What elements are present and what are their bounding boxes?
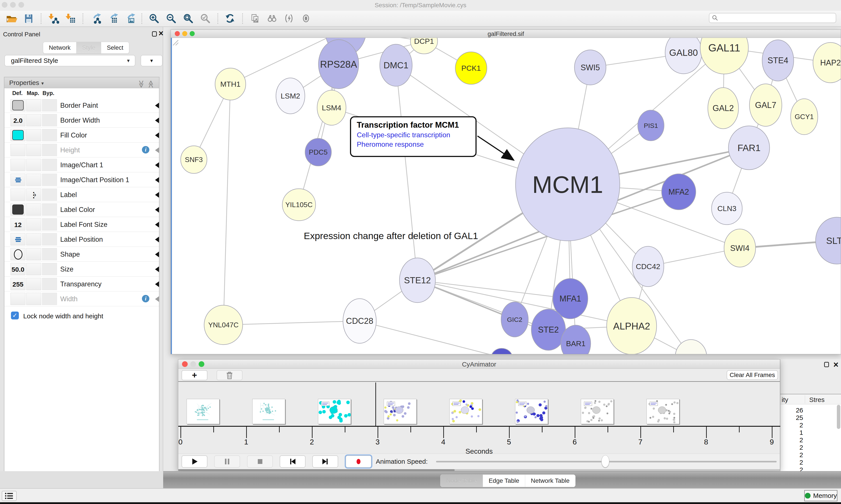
info-icon[interactable]: i bbox=[142, 146, 149, 154]
network-canvas[interactable]: RPS28BDCP1RPS28ADMC1PCK1MTH1LSM2LSM4SNF3… bbox=[171, 38, 841, 354]
collapse-arrow-icon[interactable] bbox=[155, 207, 159, 213]
default-cell[interactable] bbox=[11, 293, 25, 305]
node-cln3[interactable]: CLN3 bbox=[712, 192, 742, 224]
network-graph[interactable]: RPS28BDCP1RPS28ADMC1PCK1MTH1LSM2LSM4SNF3… bbox=[171, 38, 841, 354]
node-mcm1[interactable]: MCM1 bbox=[516, 128, 620, 241]
default-cell[interactable] bbox=[11, 144, 25, 156]
pause-button[interactable] bbox=[214, 455, 240, 468]
node-cdc28[interactable]: CDC28 bbox=[343, 299, 376, 343]
table-cell[interactable]: 2 bbox=[781, 421, 803, 429]
zoom-out-icon[interactable] bbox=[165, 12, 178, 25]
property-row-image-chart-position-1[interactable]: Image/Chart Position 1 bbox=[4, 172, 159, 187]
default-cell[interactable] bbox=[11, 99, 25, 111]
skip-to-start-button[interactable] bbox=[280, 455, 305, 468]
expand-all-icon[interactable]: ≫ bbox=[136, 80, 147, 88]
table-cell[interactable]: 2 bbox=[781, 444, 803, 451]
export-table-icon[interactable] bbox=[106, 12, 119, 25]
float-panel-icon[interactable] bbox=[152, 31, 157, 37]
keyframe-thumbnail-6[interactable] bbox=[581, 399, 614, 424]
property-row-label-position[interactable]: Label Position bbox=[4, 232, 159, 247]
collapse-arrow-icon[interactable] bbox=[155, 103, 159, 108]
default-cell[interactable] bbox=[11, 203, 25, 216]
search-input[interactable] bbox=[720, 15, 833, 21]
tab-network[interactable]: Network bbox=[43, 42, 76, 53]
node-rps28a[interactable]: RPS28A bbox=[319, 40, 359, 89]
collapse-arrow-icon[interactable] bbox=[155, 118, 159, 123]
column-header[interactable]: ity bbox=[782, 396, 788, 403]
collapse-arrow-icon[interactable] bbox=[155, 132, 159, 138]
stop-button[interactable] bbox=[247, 455, 273, 468]
mapping-cell[interactable] bbox=[26, 159, 41, 171]
clear-all-frames-button[interactable]: Clear All Frames bbox=[727, 370, 778, 380]
collapse-arrow-icon[interactable] bbox=[155, 147, 159, 153]
bypass-cell[interactable] bbox=[42, 129, 57, 141]
mapping-cell[interactable] bbox=[26, 263, 41, 275]
bypass-cell[interactable] bbox=[42, 233, 57, 246]
bypass-cell[interactable] bbox=[42, 188, 57, 201]
node-mth1[interactable]: MTH1 bbox=[215, 68, 246, 100]
import-network-icon[interactable] bbox=[47, 12, 60, 25]
property-row-fill-color[interactable]: Fill Color bbox=[4, 128, 159, 143]
default-value[interactable]: 12 bbox=[11, 221, 25, 229]
bypass-cell[interactable] bbox=[42, 248, 57, 260]
bypass-cell[interactable] bbox=[42, 278, 57, 290]
table-cell[interactable]: 25 bbox=[781, 414, 803, 421]
network-window-titlebar[interactable]: galFiltered.sif bbox=[171, 30, 841, 38]
node-far1[interactable]: FAR1 bbox=[729, 126, 770, 170]
record-button[interactable] bbox=[345, 455, 372, 468]
bypass-cell[interactable] bbox=[42, 99, 57, 111]
open-folder-icon[interactable] bbox=[5, 12, 18, 25]
add-frame-button[interactable]: + bbox=[182, 370, 208, 380]
keyframe-thumbnail-3[interactable] bbox=[384, 399, 416, 424]
tab-style[interactable]: Style bbox=[76, 42, 101, 53]
property-row-image-chart-1[interactable]: Image/Chart 1 bbox=[4, 158, 159, 172]
node-lsm4[interactable]: LSM4 bbox=[317, 90, 346, 125]
column-header[interactable]: Stres bbox=[809, 396, 825, 403]
node-slt2[interactable]: SLT2 bbox=[816, 217, 841, 264]
property-row-border-paint[interactable]: Border Paint bbox=[4, 98, 159, 113]
mapping-cell[interactable] bbox=[26, 114, 41, 126]
bypass-cell[interactable] bbox=[42, 144, 57, 156]
node-pck1[interactable]: PCK1 bbox=[455, 52, 487, 84]
default-cell[interactable]: 50.0 bbox=[11, 263, 25, 275]
mapping-cell[interactable] bbox=[26, 293, 41, 305]
collapse-arrow-icon[interactable] bbox=[155, 296, 159, 302]
bypass-cell[interactable] bbox=[42, 159, 57, 171]
node-ynl047c[interactable]: YNL047C bbox=[204, 305, 243, 345]
skip-to-end-button[interactable] bbox=[312, 455, 338, 468]
node-alpha2[interactable]: ALPHA2 bbox=[607, 298, 657, 354]
zoom-in-icon[interactable] bbox=[148, 12, 161, 25]
mapping-cell[interactable] bbox=[26, 218, 41, 231]
collapse-arrow-icon[interactable] bbox=[155, 281, 159, 287]
node-mfa2[interactable]: MFA2 bbox=[662, 174, 696, 210]
table-cell[interactable]: 1 bbox=[781, 429, 803, 436]
collapse-arrow-icon[interactable] bbox=[155, 222, 159, 228]
default-cell[interactable] bbox=[11, 188, 25, 201]
export-image-icon[interactable] bbox=[123, 12, 136, 25]
memory-button[interactable]: Memory bbox=[804, 490, 838, 501]
default-value[interactable]: 50.0 bbox=[11, 266, 25, 273]
collapse-arrow-icon[interactable] bbox=[155, 177, 159, 183]
node-ste2[interactable]: STE2 bbox=[531, 309, 566, 350]
resize-grip-icon[interactable] bbox=[171, 38, 179, 46]
lock-size-checkbox[interactable]: ✓ bbox=[11, 311, 19, 320]
cyanimator-titlebar[interactable]: CyAnimator bbox=[178, 360, 780, 369]
mapping-cell[interactable] bbox=[26, 144, 41, 156]
default-value[interactable]: 255 bbox=[11, 281, 25, 288]
slider-handle[interactable] bbox=[602, 455, 609, 467]
node-dmc1[interactable]: DMC1 bbox=[380, 44, 412, 86]
keyframe-thumbnail-1[interactable] bbox=[252, 399, 285, 424]
close-panel-icon[interactable]: × bbox=[833, 360, 838, 370]
export-network-icon[interactable] bbox=[89, 12, 102, 25]
bypass-cell[interactable] bbox=[42, 263, 57, 275]
bypass-cell[interactable] bbox=[42, 203, 57, 216]
node-gal2[interactable]: GAL2 bbox=[708, 88, 738, 129]
default-value[interactable]: 2.0 bbox=[11, 117, 25, 124]
table-cell[interactable]: 2 bbox=[781, 459, 803, 466]
node-ste12[interactable]: STE12 bbox=[399, 258, 435, 303]
node-snf3[interactable]: SNF3 bbox=[181, 146, 207, 174]
node-ste4[interactable]: STE4 bbox=[762, 40, 794, 81]
mapping-cell[interactable] bbox=[26, 174, 41, 186]
default-cell[interactable] bbox=[11, 174, 25, 186]
keyframe-thumbnail-5[interactable] bbox=[515, 399, 548, 424]
